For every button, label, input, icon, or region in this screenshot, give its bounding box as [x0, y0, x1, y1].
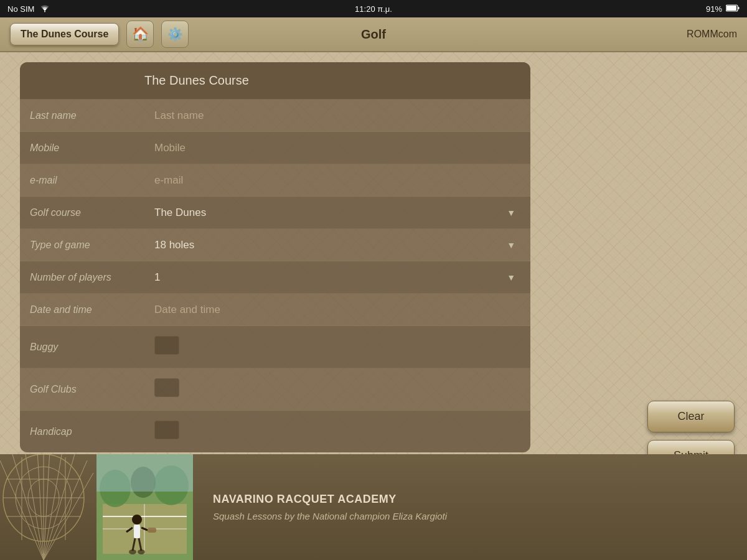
- nav-right-text: ROMMcom: [687, 29, 737, 40]
- svg-point-31: [132, 515, 142, 525]
- players-row: Number of players 1 ▼: [20, 261, 530, 294]
- settings-button[interactable]: ⚙️: [161, 21, 189, 48]
- form-title-row: The Dunes Course: [20, 62, 530, 100]
- svg-point-39: [138, 549, 145, 554]
- golf-clubs-row: Golf Clubs: [20, 368, 530, 411]
- carrier-text: No SIM: [7, 4, 34, 14]
- buggy-checkbox[interactable]: [154, 336, 179, 355]
- svg-rect-30: [96, 454, 193, 492]
- form-container: The Dunes Course Last name Last name Mob…: [20, 62, 530, 452]
- nav-center-title: Golf: [361, 27, 386, 42]
- main-content: The Dunes Course Last name Last name Mob…: [0, 52, 747, 560]
- svg-point-38: [129, 549, 136, 554]
- email-row: e-mail e-mail: [20, 164, 530, 197]
- players-value: 1: [154, 271, 160, 284]
- handicap-checkbox-cell: [144, 411, 530, 452]
- home-button[interactable]: 🏠: [126, 21, 154, 48]
- banner-subtitle: Squash Lessons by the National champion …: [213, 511, 727, 521]
- handicap-label: Handicap: [20, 419, 144, 445]
- svg-rect-32: [134, 525, 140, 538]
- svg-rect-35: [148, 528, 156, 533]
- wifi-icon: [39, 4, 50, 14]
- app-title-button[interactable]: The Dunes Course: [10, 23, 119, 45]
- svg-line-7: [37, 454, 44, 560]
- game-type-value: 18 holes: [154, 239, 194, 251]
- battery-icon: [726, 4, 740, 14]
- banner-photo-svg: [96, 454, 193, 560]
- gear-icon: ⚙️: [167, 27, 183, 42]
- last-name-label: Last name: [20, 103, 144, 129]
- status-bar-center: 11:20 π.μ.: [355, 4, 392, 14]
- game-type-row: Type of game 18 holes ▼: [20, 229, 530, 261]
- svg-point-0: [44, 11, 45, 12]
- datetime-label: Date and time: [20, 297, 144, 323]
- buggy-label: Buggy: [20, 334, 144, 360]
- golf-clubs-label: Golf Clubs: [20, 376, 144, 403]
- datetime-input[interactable]: Date and time: [144, 296, 530, 324]
- time-display: 11:20 π.μ.: [355, 4, 392, 14]
- racquet-svg: [0, 454, 96, 560]
- last-name-row: Last name Last name: [20, 100, 530, 132]
- email-label: e-mail: [20, 167, 144, 194]
- buggy-row: Buggy: [20, 326, 530, 368]
- status-bar-right: 91%: [706, 4, 740, 14]
- players-arrow-icon: ▼: [507, 273, 515, 282]
- datetime-row: Date and time Date and time: [20, 294, 530, 326]
- buggy-checkbox-cell: [144, 326, 530, 368]
- golf-clubs-checkbox[interactable]: [154, 378, 179, 397]
- nav-bar: The Dunes Course 🏠 ⚙️ Golf ROMMcom: [0, 17, 747, 52]
- last-name-input[interactable]: Last name: [144, 102, 530, 129]
- mobile-row: Mobile Mobile: [20, 132, 530, 164]
- golf-course-value: The Dunes: [154, 207, 206, 219]
- handicap-row: Handicap: [20, 411, 530, 452]
- banner-text-area: NAVARINO RACQUET ACADEMY Squash Lessons …: [193, 478, 747, 536]
- svg-rect-2: [726, 6, 736, 11]
- email-input[interactable]: e-mail: [144, 167, 530, 194]
- svg-line-8: [44, 454, 50, 560]
- game-type-dropdown[interactable]: 18 holes ▼: [144, 231, 530, 259]
- status-bar-left: No SIM: [7, 4, 50, 14]
- banner-photo: [96, 454, 193, 560]
- banner-title: NAVARINO RACQUET ACADEMY: [213, 493, 727, 506]
- racquet-decoration: [0, 454, 96, 560]
- golf-course-label: Golf course: [20, 200, 144, 226]
- clear-button[interactable]: Clear: [647, 401, 735, 432]
- svg-rect-3: [738, 7, 740, 9]
- mobile-label: Mobile: [20, 135, 144, 161]
- mobile-input[interactable]: Mobile: [144, 134, 530, 162]
- golf-course-row: Golf course The Dunes ▼: [20, 197, 530, 229]
- battery-text: 91%: [706, 4, 722, 14]
- status-bar: No SIM 11:20 π.μ. 91%: [0, 0, 747, 17]
- players-label: Number of players: [20, 264, 144, 291]
- bottom-banner: NAVARINO RACQUET ACADEMY Squash Lessons …: [0, 454, 747, 560]
- golf-clubs-checkbox-cell: [144, 368, 530, 410]
- home-icon: 🏠: [132, 26, 149, 42]
- form-title: The Dunes Course: [144, 73, 249, 87]
- game-type-label: Type of game: [20, 232, 144, 258]
- handicap-checkbox[interactable]: [154, 421, 179, 439]
- game-type-arrow-icon: ▼: [507, 240, 515, 250]
- golf-course-dropdown[interactable]: The Dunes ▼: [144, 199, 530, 226]
- players-dropdown[interactable]: 1 ▼: [144, 264, 530, 291]
- golf-course-arrow-icon: ▼: [507, 208, 515, 218]
